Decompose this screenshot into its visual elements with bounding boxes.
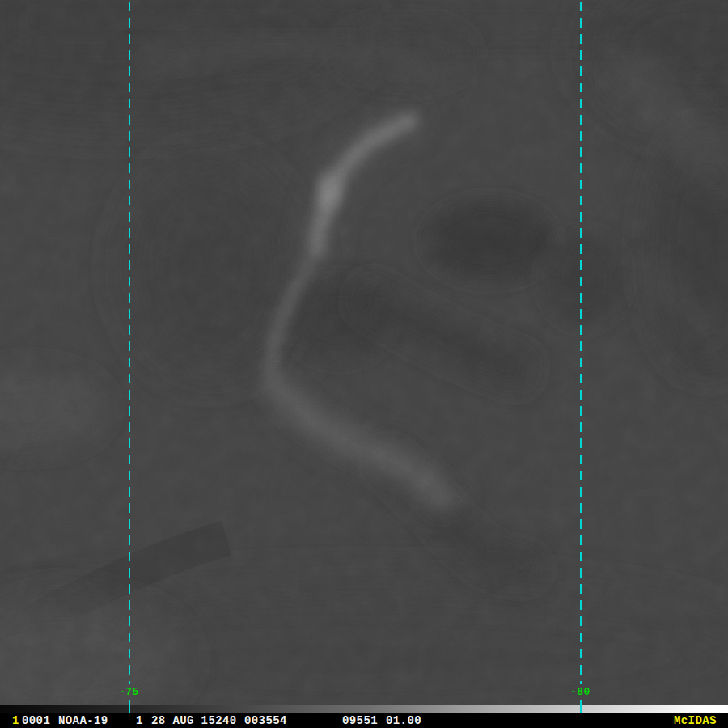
image-date: 28 AUG 15240 (151, 713, 237, 728)
image-id: 0001 (22, 713, 50, 728)
meridian-line-75w (129, 0, 130, 684)
meridian-line-80w (580, 0, 582, 684)
image-value: 09551 (342, 713, 378, 728)
longitude-label-75w: -75 (119, 687, 139, 697)
mcidas-window: -75 -80 1 0001 NOAA-19 1 28 AUG 15240 00… (0, 0, 728, 728)
meridian-wedge-tick-75w (129, 700, 130, 713)
status-bar: 1 0001 NOAA-19 1 28 AUG 15240 003554 095… (0, 713, 728, 728)
longitude-label-80w: -80 (570, 687, 590, 697)
frame-number: 1 (12, 713, 19, 728)
mcidas-brand: McIDAS (674, 713, 717, 728)
satellite-image[interactable] (0, 0, 728, 705)
grayscale-wedge (0, 705, 728, 713)
satellite-image-canvas (0, 0, 728, 705)
image-time: 003554 (244, 713, 287, 728)
band-number: 1 (136, 713, 143, 728)
meridian-wedge-tick-80w (580, 700, 582, 713)
satellite-name: NOAA-19 (58, 713, 108, 728)
magnification: 01.00 (386, 713, 421, 728)
